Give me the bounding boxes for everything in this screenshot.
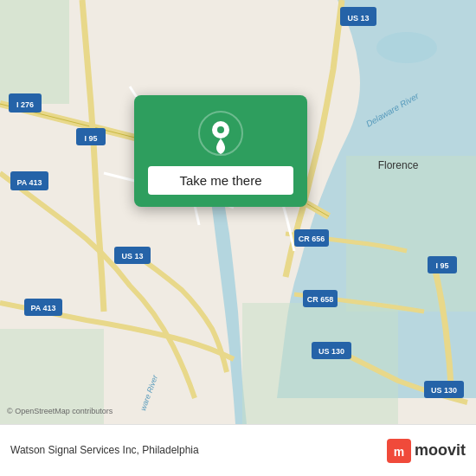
location-pin-icon [198,111,243,156]
svg-text:US 13: US 13 [121,252,143,261]
svg-text:I 95: I 95 [435,261,448,270]
map-svg: US 13 PA 413 I 276 I 95 US 13 PA 413 CR … [0,0,476,424]
svg-text:I 95: I 95 [84,134,97,143]
popup-card: Take me there [134,95,307,207]
location-text: Watson Signal Services Inc, Philadelphia [10,444,199,456]
svg-text:US 130: US 130 [431,386,457,395]
svg-text:CR 658: CR 658 [307,295,334,304]
take-me-there-button[interactable]: Take me there [148,166,293,195]
moovit-label: moovit [415,441,466,460]
svg-text:I 276: I 276 [16,100,34,109]
svg-rect-2 [0,0,69,104]
svg-point-1 [376,32,437,63]
svg-rect-4 [242,303,398,424]
svg-text:Florence: Florence [378,159,419,171]
svg-rect-3 [346,156,476,312]
svg-text:© OpenStreetMap contributors: © OpenStreetMap contributors [7,407,113,415]
svg-text:PA 413: PA 413 [16,178,42,187]
bottom-bar: Watson Signal Services Inc, Philadelphia… [0,424,476,476]
svg-text:m: m [394,445,404,459]
moovit-icon: m [387,439,411,463]
svg-text:US 130: US 130 [318,347,344,356]
moovit-logo: m moovit [387,439,466,463]
svg-text:CR 656: CR 656 [299,235,325,243]
svg-text:US 13: US 13 [347,14,369,23]
location-info: Watson Signal Services Inc, Philadelphia [10,443,199,458]
svg-text:PA 413: PA 413 [30,304,55,312]
svg-point-34 [217,126,224,133]
map-container: US 13 PA 413 I 276 I 95 US 13 PA 413 CR … [0,0,476,424]
